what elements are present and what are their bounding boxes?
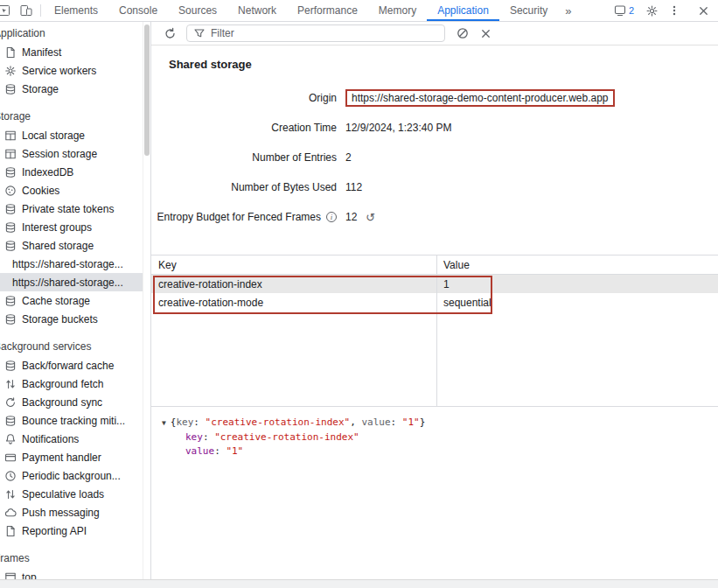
sidebar-item-interest-groups[interactable]: Interest groups [0,218,143,236]
sidebar-item-label: Local storage [22,130,85,142]
sidebar-item-cache-storage[interactable]: Cache storage [0,291,143,310]
sidebar-item-label: Manifest [22,46,61,59]
text: : [214,445,226,457]
sidebar-item-indexeddb[interactable]: IndexedDB [0,163,143,181]
sidebar-item-reporting-api[interactable]: Reporting API [0,522,143,540]
preview-property: value: "1" [162,444,718,458]
sidebar-item-background-sync[interactable]: Background sync [0,393,143,411]
database-icon [3,360,17,372]
gear-icon [3,65,17,77]
text: } [420,416,426,428]
field-value: 12/9/2024, 1:23:40 PM [345,122,451,134]
devtools-tabbar: ElementsConsoleSourcesNetworkPerformance… [0,0,718,22]
sidebar-item-push-messaging[interactable]: Push messaging [0,503,143,522]
sidebar-item-label: Service workers [22,65,96,77]
sidebar-item-private-state-tokens[interactable]: Private state tokens [0,200,143,218]
tab-network[interactable]: Network [227,0,287,21]
field-value-text: 12/9/2024, 1:23:40 PM [345,122,451,134]
database-icon [3,295,17,307]
table-row[interactable]: creative-rotation-modesequential [151,293,718,312]
preview-properties: key: "creative-rotation-index"value: "1" [162,430,718,458]
field-label: Number of Entries [151,151,337,164]
field-label: Number of Bytes Used [151,181,337,193]
sidebar-item-storage[interactable]: Storage [0,80,143,98]
sidebar-item-label: Cache storage [22,295,90,307]
column-header-key[interactable]: Key [151,259,436,271]
sidebar-item-label: Push messaging [22,507,100,519]
sidebar-item-https-shared-storage[interactable]: https://shared-storage... [0,255,143,273]
reset-budget-icon[interactable]: ↺ [366,211,375,224]
preview-summary-line[interactable]: ▼{key: "creative-rotation-index", value:… [162,416,718,430]
entries-table: KeyValue creative-rotation-index1creativ… [151,255,718,407]
sidebar-item-periodic-backgroun[interactable]: Periodic backgroun... [0,466,143,485]
clear-entries-icon[interactable] [451,27,474,39]
tab-elements[interactable]: Elements [44,0,108,21]
clock-icon [3,470,17,482]
filter-input[interactable]: Filter [186,24,445,42]
preview-prop-name: value [361,416,390,428]
tab-sources[interactable]: Sources [168,0,227,21]
database-icon [3,166,17,178]
kebab-menu-icon[interactable] [663,4,686,17]
text: : [193,416,205,428]
issues-button[interactable]: 2 [608,4,640,17]
preview-prop-value: "1" [226,445,243,457]
field-label-text: Origin [309,92,337,104]
sidebar-wrap: ApplicationManifestService workersStorag… [0,22,151,588]
sidebar-item-label: Private state tokens [22,203,114,215]
more-tabs-icon[interactable]: » [558,0,578,21]
tab-memory[interactable]: Memory [368,0,427,21]
database-icon [3,313,17,326]
field-value: 112 [345,181,362,193]
settings-gear-icon[interactable] [640,4,663,18]
field-label: Origin [151,92,337,104]
sidebar-item-label: Periodic backgroun... [22,470,121,482]
sidebar-item-service-workers[interactable]: Service workers [0,61,143,80]
scrollbar-thumb[interactable] [144,24,150,156]
sidebar-item-speculative-loads[interactable]: Speculative loads [0,485,143,503]
sidebar-item-session-storage[interactable]: Session storage [0,144,143,163]
info-icon[interactable]: i [326,212,337,222]
sync-icon [3,396,17,409]
sidebar-item-bounce-tracking-miti[interactable]: Bounce tracking miti... [0,411,143,430]
column-header-value[interactable]: Value [436,259,718,271]
refresh-icon[interactable] [158,27,181,40]
issues-icon [614,4,626,17]
sidebar-item-local-storage[interactable]: Local storage [0,126,143,144]
tab-performance[interactable]: Performance [287,0,368,21]
sidebar-item-label: https://shared-storage... [12,276,123,289]
preview-prop-name: key [176,416,193,428]
expand-triangle-icon[interactable]: ▼ [162,416,166,430]
tab-application[interactable]: Application [427,0,499,21]
sidebar-item-manifest[interactable]: Manifest [0,43,143,61]
filter-placeholder: Filter [211,27,234,39]
field-value: https://shared-storage-demo-content-prod… [345,89,615,107]
sidebar-item-shared-storage[interactable]: Shared storage [0,236,143,255]
close-devtools-icon[interactable] [692,5,715,17]
text: : [203,431,214,443]
tab-security[interactable]: Security [499,0,558,21]
preview-prop-name: key [185,431,203,443]
sidebar-item-payment-handler[interactable]: Payment handler [0,448,143,466]
sidebar-item-back-forward-cache[interactable]: Back/forward cache [0,356,143,374]
sidebar-item-notifications[interactable]: Notifications [0,430,143,448]
sidebar-item-label: Background sync [22,396,102,409]
bottom-scrollbar[interactable] [0,579,718,588]
close-view-icon[interactable] [474,28,497,39]
entry-preview: ▼{key: "creative-rotation-index", value:… [151,407,718,466]
preview-prop-name: value [185,445,214,457]
sidebar-item-background-fetch[interactable]: Background fetch [0,374,143,393]
sidebar-item-label: Notifications [22,433,79,445]
sidebar-item-cookies[interactable]: Cookies [0,181,143,200]
device-toolbar-icon[interactable] [15,0,38,21]
sidebar-item-storage-buckets[interactable]: Storage buckets [0,310,143,328]
devtools-body: ApplicationManifestService workersStorag… [0,22,718,588]
divider [40,4,41,17]
tab-console[interactable]: Console [108,0,168,21]
sidebar-item-https-shared-storage[interactable]: https://shared-storage... [0,273,143,291]
inspect-element-icon[interactable] [0,0,15,21]
field-label-text: Number of Entries [252,151,337,164]
sidebar-scrollbar[interactable] [143,22,150,588]
table-row[interactable]: creative-rotation-index1 [151,275,718,293]
sidebar-section-title-storage: Storage [0,107,143,126]
